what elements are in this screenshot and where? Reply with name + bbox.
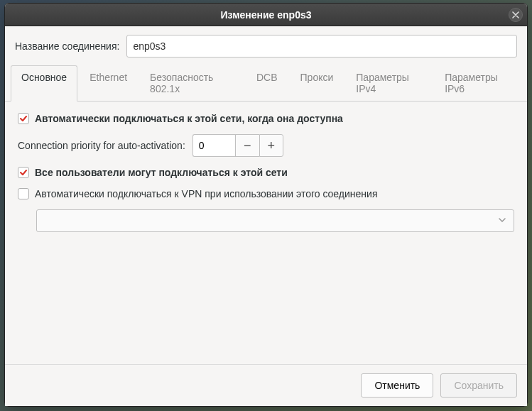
tab-ethernet[interactable]: Ethernet	[79, 65, 138, 102]
connection-name-input[interactable]	[126, 35, 517, 57]
all-users-checkbox[interactable]	[18, 167, 29, 178]
autoconnect-label: Автоматически подключаться к этой сети, …	[35, 113, 343, 124]
tab-ipv4[interactable]: Параметры IPv4	[345, 65, 433, 102]
save-button[interactable]: Сохранить	[440, 373, 517, 398]
window-title: Изменение enp0s3	[220, 9, 311, 21]
autoconnect-checkbox[interactable]	[18, 113, 29, 124]
connection-name-label: Название соединения:	[15, 40, 119, 52]
dialog-window: Изменение enp0s3 Название соединения: Ос…	[4, 3, 528, 407]
tab-proxy[interactable]: Прокси	[290, 65, 344, 102]
chevron-down-icon	[498, 215, 506, 226]
tab-security-8021x[interactable]: Безопасность 802.1x	[139, 65, 244, 102]
dialog-body: Название соединения: Основное Ethernet Б…	[5, 26, 527, 406]
tab-dcb[interactable]: DCB	[246, 65, 288, 102]
vpn-select-row	[18, 209, 514, 232]
priority-stepper: − +	[192, 134, 283, 157]
tab-bar: Основное Ethernet Безопасность 802.1x DC…	[5, 65, 527, 102]
cancel-button[interactable]: Отменить	[361, 373, 433, 398]
dialog-footer: Отменить Сохранить	[5, 364, 527, 406]
vpn-select[interactable]	[36, 209, 514, 232]
tab-general[interactable]: Основное	[11, 65, 77, 102]
minus-icon: −	[244, 139, 251, 152]
close-icon	[512, 9, 519, 21]
priority-increment[interactable]: +	[259, 134, 283, 157]
autoconnect-row: Автоматически подключаться к этой сети, …	[18, 113, 514, 124]
priority-input[interactable]	[192, 134, 235, 157]
tab-panel-general: Автоматически подключаться к этой сети, …	[5, 102, 527, 364]
tab-ipv6[interactable]: Параметры IPv6	[434, 65, 521, 102]
priority-label: Connection priority for auto-activation:	[18, 140, 185, 151]
vpn-autoconnect-row: Автоматически подключаться к VPN при исп…	[18, 188, 514, 199]
connection-name-row: Название соединения:	[5, 26, 527, 65]
vpn-autoconnect-checkbox[interactable]	[18, 188, 29, 199]
all-users-row: Все пользователи могут подключаться к эт…	[18, 167, 514, 178]
titlebar: Изменение enp0s3	[5, 4, 527, 26]
priority-row: Connection priority for auto-activation:…	[18, 134, 514, 157]
close-button[interactable]	[509, 8, 523, 22]
vpn-autoconnect-label: Автоматически подключаться к VPN при исп…	[35, 188, 377, 199]
priority-decrement[interactable]: −	[235, 134, 259, 157]
all-users-label: Все пользователи могут подключаться к эт…	[35, 167, 288, 178]
plus-icon: +	[268, 139, 276, 152]
